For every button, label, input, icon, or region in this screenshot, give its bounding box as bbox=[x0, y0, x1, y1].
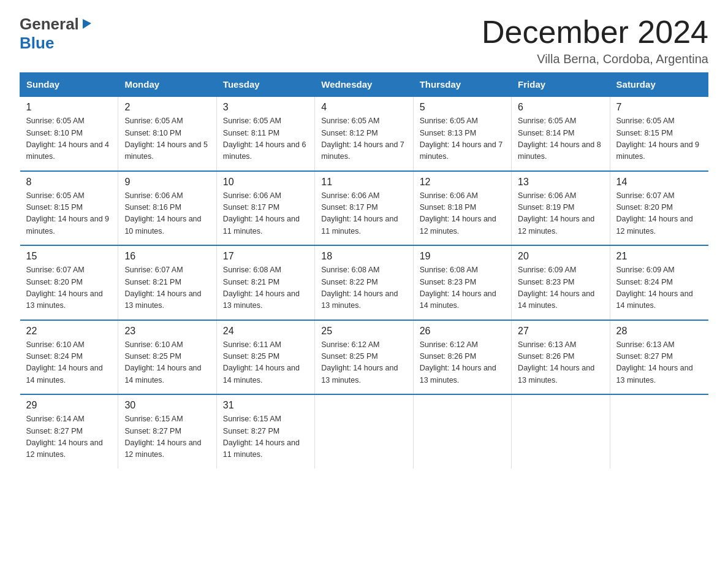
calendar-cell: 16Sunrise: 6:07 AMSunset: 8:21 PMDayligh… bbox=[118, 245, 216, 320]
day-info: Sunrise: 6:09 AMSunset: 8:23 PMDaylight:… bbox=[518, 264, 603, 312]
day-info: Sunrise: 6:13 AMSunset: 8:26 PMDaylight:… bbox=[518, 339, 603, 387]
calendar-cell: 8Sunrise: 6:05 AMSunset: 8:15 PMDaylight… bbox=[20, 171, 118, 246]
day-info: Sunrise: 6:09 AMSunset: 8:24 PMDaylight:… bbox=[616, 264, 702, 312]
location-subtitle: Villa Berna, Cordoba, Argentina bbox=[482, 52, 708, 66]
day-number: 26 bbox=[420, 326, 505, 337]
day-info: Sunrise: 6:05 AMSunset: 8:10 PMDaylight:… bbox=[124, 115, 210, 163]
day-number: 7 bbox=[616, 102, 702, 113]
day-number: 27 bbox=[518, 326, 603, 337]
column-header-tuesday: Tuesday bbox=[216, 73, 314, 97]
day-info: Sunrise: 6:14 AMSunset: 8:27 PMDaylight:… bbox=[26, 413, 112, 461]
calendar-cell: 28Sunrise: 6:13 AMSunset: 8:27 PMDayligh… bbox=[610, 320, 708, 395]
day-info: Sunrise: 6:05 AMSunset: 8:11 PMDaylight:… bbox=[223, 115, 308, 163]
logo-blue: Blue bbox=[20, 34, 54, 52]
day-number: 22 bbox=[26, 326, 112, 337]
month-title: December 2024 bbox=[482, 15, 708, 50]
day-number: 3 bbox=[223, 102, 308, 113]
day-number: 20 bbox=[518, 251, 603, 262]
day-info: Sunrise: 6:08 AMSunset: 8:23 PMDaylight:… bbox=[420, 264, 505, 312]
calendar-cell bbox=[315, 394, 413, 469]
day-info: Sunrise: 6:05 AMSunset: 8:10 PMDaylight:… bbox=[26, 115, 112, 163]
calendar-cell: 26Sunrise: 6:12 AMSunset: 8:26 PMDayligh… bbox=[413, 320, 511, 395]
page-header: General Blue December 2024 Villa Berna, … bbox=[20, 15, 708, 66]
day-number: 6 bbox=[518, 102, 603, 113]
day-info: Sunrise: 6:05 AMSunset: 8:12 PMDaylight:… bbox=[321, 115, 406, 163]
day-info: Sunrise: 6:15 AMSunset: 8:27 PMDaylight:… bbox=[124, 413, 210, 461]
day-number: 4 bbox=[321, 102, 406, 113]
day-info: Sunrise: 6:06 AMSunset: 8:17 PMDaylight:… bbox=[223, 190, 308, 238]
day-info: Sunrise: 6:05 AMSunset: 8:14 PMDaylight:… bbox=[518, 115, 603, 163]
day-info: Sunrise: 6:07 AMSunset: 8:21 PMDaylight:… bbox=[124, 264, 210, 312]
calendar-week-row: 8Sunrise: 6:05 AMSunset: 8:15 PMDaylight… bbox=[20, 171, 708, 246]
day-number: 17 bbox=[223, 251, 308, 262]
calendar-cell: 20Sunrise: 6:09 AMSunset: 8:23 PMDayligh… bbox=[512, 245, 610, 320]
day-info: Sunrise: 6:08 AMSunset: 8:21 PMDaylight:… bbox=[223, 264, 308, 312]
calendar-cell: 25Sunrise: 6:12 AMSunset: 8:25 PMDayligh… bbox=[315, 320, 413, 395]
day-info: Sunrise: 6:06 AMSunset: 8:18 PMDaylight:… bbox=[420, 190, 505, 238]
calendar-cell: 27Sunrise: 6:13 AMSunset: 8:26 PMDayligh… bbox=[512, 320, 610, 395]
day-info: Sunrise: 6:10 AMSunset: 8:25 PMDaylight:… bbox=[124, 339, 210, 387]
day-number: 21 bbox=[616, 251, 702, 262]
day-number: 9 bbox=[124, 177, 210, 188]
calendar-cell: 9Sunrise: 6:06 AMSunset: 8:16 PMDaylight… bbox=[118, 171, 216, 246]
calendar-cell: 11Sunrise: 6:06 AMSunset: 8:17 PMDayligh… bbox=[315, 171, 413, 246]
column-header-sunday: Sunday bbox=[20, 73, 118, 97]
day-number: 29 bbox=[26, 400, 112, 411]
calendar-week-row: 1Sunrise: 6:05 AMSunset: 8:10 PMDaylight… bbox=[20, 96, 708, 171]
day-info: Sunrise: 6:06 AMSunset: 8:17 PMDaylight:… bbox=[321, 190, 406, 238]
day-number: 19 bbox=[420, 251, 505, 262]
day-info: Sunrise: 6:08 AMSunset: 8:22 PMDaylight:… bbox=[321, 264, 406, 312]
calendar-cell: 5Sunrise: 6:05 AMSunset: 8:13 PMDaylight… bbox=[413, 96, 511, 171]
day-number: 8 bbox=[26, 177, 112, 188]
day-info: Sunrise: 6:12 AMSunset: 8:26 PMDaylight:… bbox=[420, 339, 505, 387]
calendar-cell: 30Sunrise: 6:15 AMSunset: 8:27 PMDayligh… bbox=[118, 394, 216, 469]
day-number: 14 bbox=[616, 177, 702, 188]
calendar-cell bbox=[610, 394, 708, 469]
column-header-monday: Monday bbox=[118, 73, 216, 97]
calendar-week-row: 22Sunrise: 6:10 AMSunset: 8:24 PMDayligh… bbox=[20, 320, 708, 395]
day-number: 23 bbox=[124, 326, 210, 337]
calendar-week-row: 15Sunrise: 6:07 AMSunset: 8:20 PMDayligh… bbox=[20, 245, 708, 320]
logo: General Blue bbox=[20, 15, 94, 53]
day-number: 18 bbox=[321, 251, 406, 262]
column-header-friday: Friday bbox=[512, 73, 610, 97]
calendar-cell: 21Sunrise: 6:09 AMSunset: 8:24 PMDayligh… bbox=[610, 245, 708, 320]
svg-marker-0 bbox=[83, 19, 91, 29]
calendar-cell: 14Sunrise: 6:07 AMSunset: 8:20 PMDayligh… bbox=[610, 171, 708, 246]
calendar-cell: 23Sunrise: 6:10 AMSunset: 8:25 PMDayligh… bbox=[118, 320, 216, 395]
calendar-cell: 24Sunrise: 6:11 AMSunset: 8:25 PMDayligh… bbox=[216, 320, 314, 395]
day-number: 31 bbox=[223, 400, 308, 411]
calendar-table: SundayMondayTuesdayWednesdayThursdayFrid… bbox=[20, 72, 708, 469]
day-number: 5 bbox=[420, 102, 505, 113]
calendar-cell: 15Sunrise: 6:07 AMSunset: 8:20 PMDayligh… bbox=[20, 245, 118, 320]
day-info: Sunrise: 6:05 AMSunset: 8:13 PMDaylight:… bbox=[420, 115, 505, 163]
calendar-cell: 6Sunrise: 6:05 AMSunset: 8:14 PMDaylight… bbox=[512, 96, 610, 171]
logo-triangle-icon bbox=[80, 17, 94, 33]
day-info: Sunrise: 6:05 AMSunset: 8:15 PMDaylight:… bbox=[26, 190, 112, 238]
day-number: 11 bbox=[321, 177, 406, 188]
day-info: Sunrise: 6:06 AMSunset: 8:16 PMDaylight:… bbox=[124, 190, 210, 238]
calendar-cell bbox=[413, 394, 511, 469]
day-info: Sunrise: 6:07 AMSunset: 8:20 PMDaylight:… bbox=[616, 190, 702, 238]
day-number: 1 bbox=[26, 102, 112, 113]
calendar-cell: 2Sunrise: 6:05 AMSunset: 8:10 PMDaylight… bbox=[118, 96, 216, 171]
calendar-cell: 10Sunrise: 6:06 AMSunset: 8:17 PMDayligh… bbox=[216, 171, 314, 246]
day-number: 10 bbox=[223, 177, 308, 188]
calendar-cell: 31Sunrise: 6:15 AMSunset: 8:27 PMDayligh… bbox=[216, 394, 314, 469]
day-info: Sunrise: 6:10 AMSunset: 8:24 PMDaylight:… bbox=[26, 339, 112, 387]
day-info: Sunrise: 6:05 AMSunset: 8:15 PMDaylight:… bbox=[616, 115, 702, 163]
calendar-cell bbox=[512, 394, 610, 469]
day-number: 12 bbox=[420, 177, 505, 188]
day-number: 13 bbox=[518, 177, 603, 188]
calendar-cell: 18Sunrise: 6:08 AMSunset: 8:22 PMDayligh… bbox=[315, 245, 413, 320]
day-number: 24 bbox=[223, 326, 308, 337]
day-number: 28 bbox=[616, 326, 702, 337]
calendar-cell: 22Sunrise: 6:10 AMSunset: 8:24 PMDayligh… bbox=[20, 320, 118, 395]
calendar-cell: 7Sunrise: 6:05 AMSunset: 8:15 PMDaylight… bbox=[610, 96, 708, 171]
day-info: Sunrise: 6:15 AMSunset: 8:27 PMDaylight:… bbox=[223, 413, 308, 461]
calendar-cell: 3Sunrise: 6:05 AMSunset: 8:11 PMDaylight… bbox=[216, 96, 314, 171]
calendar-cell: 17Sunrise: 6:08 AMSunset: 8:21 PMDayligh… bbox=[216, 245, 314, 320]
logo-general: General bbox=[20, 15, 79, 34]
calendar-cell: 13Sunrise: 6:06 AMSunset: 8:19 PMDayligh… bbox=[512, 171, 610, 246]
calendar-cell: 12Sunrise: 6:06 AMSunset: 8:18 PMDayligh… bbox=[413, 171, 511, 246]
